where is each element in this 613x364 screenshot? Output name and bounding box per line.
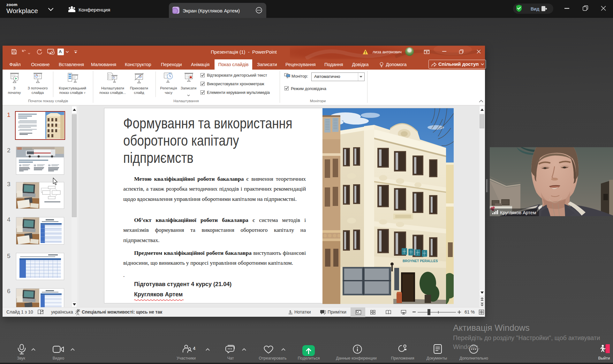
svg-text:Кругляков Артем: Кругляков Артем <box>500 210 536 215</box>
svg-text:BROYNET PERALLES: BROYNET PERALLES <box>403 259 438 263</box>
